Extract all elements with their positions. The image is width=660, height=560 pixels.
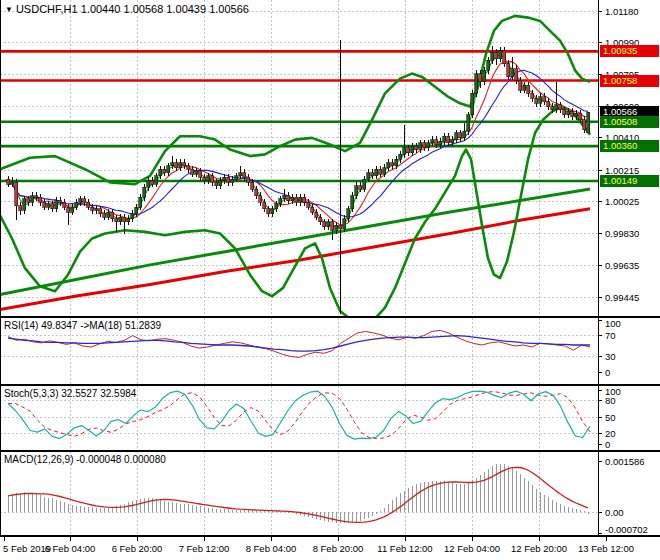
stoch-axis-label: 20 [605,428,616,439]
time-axis-tick [539,537,540,541]
stoch-indicator-label: Stoch(5,3,3) 32.5527 32.5984 [4,388,136,399]
trading-chart-window: 5 Feb 20196 Feb 04:006 Feb 20:007 Feb 12… [0,0,660,560]
symbol-ohlc-text: USDCHF,H1 1.00440 1.00568 1.00439 1.0056… [16,3,249,15]
time-axis-tick [204,537,205,541]
stoch-axis-tick [598,390,602,391]
time-axis-tick [271,537,272,541]
time-axis-label: 13 Feb 12:00 [578,543,634,554]
stoch-axis-tick [598,444,602,445]
price-axis-separator [598,0,599,537]
price-axis-tick [598,42,602,43]
time-axis-label: 8 Feb 04:00 [246,543,297,554]
stoch-axis-tick [598,400,602,401]
rsi-axis-label: 70 [605,330,616,341]
rsi-axis-tick [598,372,602,373]
price-axis-label: 0.99635 [605,260,639,271]
rsi-axis-label: 0 [605,367,610,378]
macd-axis-label: -0.000702 [605,524,648,535]
price-level-badge: 1.00935 [600,45,659,57]
macd-axis-label: 0.001586 [605,456,645,467]
rsi-indicator-label: RSI(14) 49.8347 ->MA(18) 51.2839 [4,320,161,331]
chevron-down-icon: ▼ [5,5,13,14]
time-axis-tick [4,537,5,541]
price-axis-tick [598,170,602,171]
time-axis-tick [137,537,138,541]
price-axis-label: 0.99445 [605,292,639,303]
time-axis-label: 7 Feb 12:00 [179,543,230,554]
rsi-axis-tick [598,356,602,357]
time-axis-tick [70,537,71,541]
rsi-axis-label: 30 [605,351,616,362]
macd-axis-label: 0.00 [605,507,624,518]
time-axis: 5 Feb 20196 Feb 04:006 Feb 20:007 Feb 12… [0,537,660,560]
price-chart-panel[interactable] [0,0,660,316]
price-axis-label: 1.01180 [605,6,639,17]
price-axis-tick [598,11,602,12]
stoch-axis-label: 0 [605,439,610,450]
price-level-badge: 1.00508 [600,116,659,128]
price-level-badge: 1.00758 [600,75,659,87]
time-axis-label: 12 Feb 20:00 [511,543,567,554]
price-axis-label: 1.00025 [605,196,639,207]
stoch-axis-tick [598,433,602,434]
price-level-badge: 1.00149 [600,175,659,187]
macd-axis-tick [598,461,602,462]
price-level-badge: 1.00360 [600,140,659,152]
stoch-axis-tick [598,417,602,418]
price-axis-label: 0.99830 [605,228,639,239]
price-chart-canvas[interactable] [0,0,660,316]
price-axis-tick [598,233,602,234]
price-axis-tick [598,297,602,298]
macd-indicator-label: MACD(12,26,9) -0.000048 0.000080 [4,454,166,465]
time-axis-tick [338,537,339,541]
price-axis-label: 1.00215 [605,165,639,176]
time-axis-tick [405,537,406,541]
time-axis-tick [472,537,473,541]
rsi-axis-tick [598,320,602,321]
price-axis-tick [598,265,602,266]
time-axis-label: 11 Feb 12:00 [377,543,432,554]
stoch-axis-label: 80 [605,395,616,406]
price-axis-tick [598,137,602,138]
chart-title: ▼USDCHF,H1 1.00440 1.00568 1.00439 1.005… [5,3,249,15]
time-axis-label: 12 Feb 04:00 [444,543,500,554]
rsi-axis-tick [598,335,602,336]
time-axis-label: 8 Feb 20:00 [313,543,364,554]
macd-axis-tick [598,512,602,513]
price-axis-tick [598,201,602,202]
chart-left-border [0,0,1,537]
time-axis-tick [606,537,607,541]
time-axis-label: 6 Feb 20:00 [112,543,163,554]
macd-axis-tick [598,533,602,534]
rsi-axis-label: 100 [605,318,621,329]
stoch-axis-label: 50 [605,412,616,423]
time-axis-label: 6 Feb 04:00 [45,543,96,554]
